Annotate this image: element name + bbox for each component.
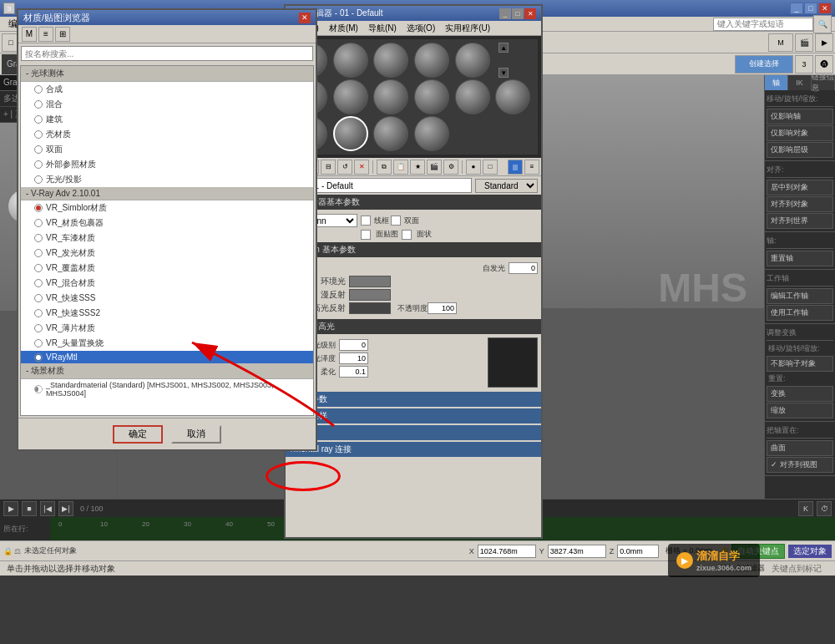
align-to-view-btn[interactable]: ✓ 对齐到视图 [767, 457, 833, 473]
sphere-14[interactable] [373, 116, 408, 151]
search-input[interactable] [713, 18, 813, 31]
sphere-10[interactable] [455, 79, 490, 114]
med-options-btn[interactable]: ⚙ [443, 160, 458, 175]
extended-params-section[interactable]: + 扩展参数 [286, 392, 541, 407]
sphere-11[interactable] [495, 79, 530, 114]
sphere-2[interactable] [333, 43, 368, 78]
material-item-scene[interactable]: _Standardmaterial (Standard) [MHSJS001, … [21, 379, 313, 399]
render-btn[interactable]: 🎬 [795, 33, 813, 52]
material-item-arch[interactable]: 建筑 [21, 112, 313, 127]
ok-button[interactable]: 确定 [113, 425, 163, 444]
face-map-checkbox[interactable] [361, 230, 371, 240]
stop-btn[interactable]: ■ [22, 501, 37, 516]
sphere-5[interactable] [455, 43, 490, 78]
play-btn[interactable]: ▶ [3, 501, 18, 516]
sphere-scrollbar[interactable]: ▲ ▼ [495, 43, 512, 78]
scroll-up-btn[interactable]: ▲ [498, 43, 509, 53]
specular-color[interactable] [349, 302, 391, 314]
material-browser-close-btn[interactable]: ✕ [299, 13, 311, 23]
med-sphere-btn[interactable]: ● [466, 160, 481, 175]
close-btn[interactable]: ✕ [818, 3, 832, 14]
med-menu-options[interactable]: 选项(O) [402, 23, 440, 34]
material-item-vr-car[interactable]: VR_车漆材质 [21, 231, 313, 246]
z-input[interactable] [617, 545, 659, 558]
soften-input[interactable] [339, 366, 368, 378]
cancel-button[interactable]: 取消 [171, 425, 221, 444]
material-item-vr-wrapper[interactable]: VR_材质包裹器 [21, 216, 313, 231]
specular-section-header[interactable]: ▼ 反射高光 [286, 319, 541, 334]
material-item-vr-flakes[interactable]: VR_薄片材质 [21, 321, 313, 336]
x-input[interactable] [478, 545, 536, 558]
self-illum-input[interactable] [509, 262, 538, 274]
time-config-btn[interactable]: ⏱ [817, 501, 832, 516]
search-btn[interactable]: 🔍 [813, 15, 832, 33]
prev-frame-btn[interactable]: |◀ [40, 501, 55, 516]
material-item-vr-sss2[interactable]: VR_快速SSS2 [21, 306, 313, 321]
faceted-checkbox[interactable] [402, 230, 412, 240]
med-put-btn[interactable]: ⊟ [321, 160, 336, 175]
med-menu-nav[interactable]: 导航(N) [363, 23, 402, 34]
anim-mode-btn[interactable]: 🅐 [815, 55, 833, 74]
diffuse-color[interactable] [349, 289, 391, 301]
surface-btn[interactable]: 曲面 [767, 440, 833, 456]
tab-ik[interactable]: IK [788, 75, 812, 90]
affect-axis-btn[interactable]: 仅影响轴 [767, 109, 833, 124]
material-name-input[interactable] [306, 178, 472, 193]
material-item-vr-simblor[interactable]: VR_Simblor材质 [21, 200, 313, 216]
material-item-vr-sss[interactable]: VR_快速SSS [21, 291, 313, 306]
transform-btn[interactable]: 变换 [767, 386, 833, 402]
med-horizontal-btn[interactable]: ||| [508, 160, 523, 175]
mb-toolbar-btn1[interactable]: M [22, 27, 37, 42]
tab-link-info[interactable]: 链接信息 [812, 75, 835, 90]
sphere-7[interactable] [333, 79, 368, 114]
med-close-btn[interactable]: ✕ [524, 8, 536, 19]
med-reset-btn[interactable]: ↺ [337, 160, 352, 175]
material-item-vr-vol[interactable]: VR_头量置换烧 [21, 336, 313, 351]
two-sided-checkbox[interactable] [391, 216, 401, 226]
gloss-input[interactable] [339, 352, 368, 364]
material-editor-btn[interactable]: M [768, 33, 793, 52]
sphere-3[interactable] [373, 43, 408, 78]
med-box-btn[interactable]: □ [483, 160, 498, 175]
material-type-dropdown[interactable]: Standard [475, 179, 538, 193]
render-frame-btn[interactable]: 3 [795, 55, 813, 74]
section-header-1[interactable]: - 光球测体 [21, 66, 313, 82]
blinn-section-header[interactable]: ▼ Blinn 基本参数 [286, 242, 541, 257]
tab-axis[interactable]: 轴 [765, 75, 788, 90]
align-to-object-btn[interactable]: 对齐到对象 [767, 196, 833, 212]
material-item-matte[interactable]: 无光/投影 [21, 172, 313, 187]
section-header-3[interactable]: - 场景材质 [21, 363, 313, 379]
use-working-axis-btn[interactable]: 使用工作轴 [767, 305, 833, 321]
maps-section[interactable]: + 贴图 [286, 425, 541, 440]
quick-render-btn[interactable]: ▶ [815, 33, 833, 52]
med-menu-utility[interactable]: 实用程序(U) [440, 23, 495, 34]
sphere-4[interactable] [414, 43, 449, 78]
maximize-btn[interactable]: □ [804, 3, 817, 14]
set-key-btn[interactable]: 选定对象 [788, 545, 832, 558]
material-item-shell[interactable]: 壳材质 [21, 127, 313, 142]
sphere-15[interactable] [414, 116, 449, 151]
material-item-double[interactable]: 双面 [21, 142, 313, 157]
opacity-input[interactable] [428, 302, 457, 314]
material-item-vraymtl[interactable]: VRayMtl [21, 351, 313, 363]
med-maximize-btn[interactable]: □ [512, 8, 524, 19]
material-item-vr-override[interactable]: VR_覆盖材质 [21, 261, 313, 276]
shader-section-header[interactable]: ▼ 明暗器基本参数 [286, 195, 541, 210]
align-to-world-btn[interactable]: 对齐到世界 [767, 213, 833, 229]
edit-working-axis-btn[interactable]: 编辑工作轴 [767, 288, 833, 304]
med-vertical-btn[interactable]: ≡ [524, 160, 539, 175]
key-mode-btn[interactable]: K [798, 501, 813, 516]
minimize-btn[interactable]: _ [790, 3, 803, 14]
med-copy-btn[interactable]: ⧉ [377, 160, 392, 175]
med-paste-btn[interactable]: 📋 [393, 160, 408, 175]
spec-level-input[interactable] [339, 339, 368, 351]
section-header-2[interactable]: - V-Ray Adv 2.10.01 [21, 187, 313, 200]
mb-toolbar-btn2[interactable]: ≡ [38, 27, 53, 42]
material-item-vr-light[interactable]: VR_发光材质 [21, 246, 313, 261]
med-effects-btn[interactable]: ★ [410, 160, 425, 175]
sphere-9[interactable] [414, 79, 449, 114]
med-video-btn[interactable]: 🎬 [427, 160, 442, 175]
mb-toolbar-btn3[interactable]: ⊞ [55, 27, 70, 42]
reset-axis-btn[interactable]: 重置轴 [767, 251, 833, 266]
ambient-color[interactable] [349, 276, 391, 287]
